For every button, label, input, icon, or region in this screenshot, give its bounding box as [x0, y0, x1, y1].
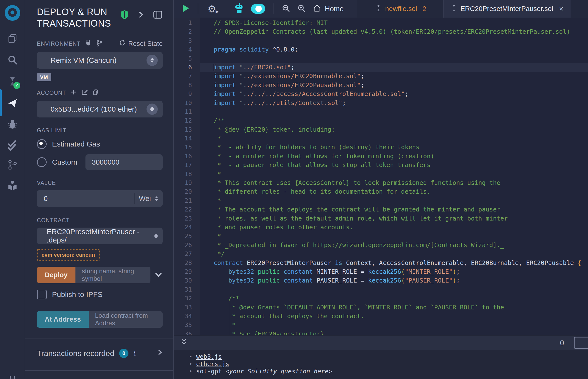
ai-copilot-icon[interactable] [234, 3, 245, 15]
deploy-button[interactable]: Deploy [37, 267, 76, 283]
code-line[interactable]: 32 /** [174, 294, 588, 303]
transactions-recorded-section[interactable]: Transactions recorded 0 i [25, 338, 173, 368]
code-line[interactable]: 1// SPDX-License-Identifier: MIT [174, 18, 588, 27]
unit-testing-icon[interactable] [0, 135, 25, 156]
environment-select[interactable]: Remix VM (Cancun) [37, 52, 163, 69]
code-line[interactable]: 9import "../../../access/AccessControlEn… [174, 90, 588, 98]
code-line[interactable]: 20 * different roles - head to its docum… [174, 187, 588, 196]
contract-select[interactable]: ERC20PresetMinterPauser - .deps/ [37, 228, 163, 244]
account-select[interactable]: 0x5B3...eddC4 (100 ether) [37, 101, 163, 117]
bullet: • [189, 368, 192, 375]
git-icon[interactable] [0, 154, 25, 175]
code-line[interactable]: 6import "../ERC20.sol"; [174, 63, 588, 72]
expand-constructor-icon[interactable] [154, 271, 163, 278]
terminal-search-input[interactable] [574, 337, 588, 349]
line-number: 27 [174, 250, 200, 258]
code-line[interactable]: 35 * [174, 321, 588, 330]
tab-erc20presetminterpauser[interactable]: ERC20PresetMinterPauser.sol × [443, 0, 571, 17]
pin-panel-icon[interactable] [153, 10, 163, 20]
code-text: * _Deprecated in favor of https://wizard… [200, 241, 588, 250]
code-line[interactable]: 25 * [174, 232, 588, 240]
terminal-library-link[interactable]: •web3.js [189, 353, 588, 361]
publish-ipfs-checkbox[interactable] [37, 290, 47, 300]
debugger-icon[interactable] [0, 114, 25, 135]
at-address-input[interactable]: Load contract from Addres [89, 311, 163, 328]
plug-icon[interactable] [85, 40, 91, 48]
deployed-contracts-section[interactable]: Deployed Contracts 0 [25, 370, 173, 379]
unit-stepper-icon [155, 196, 158, 201]
run-script-icon[interactable] [182, 4, 190, 14]
code-line[interactable]: 31 [174, 285, 588, 294]
file-explorer-icon[interactable] [0, 28, 25, 49]
copilot-toggle[interactable] [251, 4, 265, 14]
learneth-icon[interactable] [0, 175, 25, 196]
close-tab-icon[interactable]: × [559, 5, 563, 13]
library-link[interactable]: web3.js [196, 353, 222, 361]
edit-account-icon[interactable] [81, 89, 88, 97]
reset-state-button[interactable]: Reset State [119, 40, 163, 48]
code-line[interactable]: 16 * - a minter role that allows for tok… [174, 152, 588, 161]
code-line[interactable]: 19 * This contract uses {AccessControl} … [174, 178, 588, 187]
value-label: VALUE [37, 180, 163, 186]
code-line[interactable]: 5 [174, 54, 588, 63]
fork-environment-icon[interactable] [96, 40, 103, 48]
code-line[interactable]: 22 * The account that deploys the contra… [174, 205, 588, 214]
search-icon[interactable] [0, 49, 25, 70]
info-icon[interactable]: i [134, 349, 136, 358]
solidity-compiler-icon[interactable]: ✓ [0, 71, 25, 92]
plugin-manager-icon[interactable] [0, 370, 25, 379]
expand-transactions-icon[interactable] [157, 349, 163, 358]
chevron-right-icon[interactable] [138, 11, 144, 20]
terminal-expand-icon[interactable] [180, 338, 187, 347]
terminal-output[interactable]: •web3.js•ethers.js•sol-gpt <your Solidit… [174, 350, 588, 379]
remix-logo-icon[interactable] [0, 4, 25, 21]
code-line[interactable]: 33 * @dev Grants `DEFAULT_ADMIN_ROLE`, `… [174, 303, 588, 312]
code-line[interactable]: 2// OpenZeppelin Contracts (last updated… [174, 27, 588, 36]
code-line[interactable]: 26 * _Deprecated in favor of https://wiz… [174, 241, 588, 250]
script-config-icon[interactable]: ⚙▶ [206, 3, 218, 15]
code-line[interactable]: 3 [174, 36, 588, 45]
tab-newfile[interactable]: newfile.sol 2 [369, 0, 433, 17]
code-line[interactable]: 10import "../../../utils/Context.sol"; [174, 99, 588, 108]
code-line[interactable]: 11 [174, 108, 588, 116]
at-address-button[interactable]: At Address [37, 311, 89, 328]
terminal-library-link[interactable]: •ethers.js [189, 361, 588, 368]
bullet: • [189, 361, 192, 368]
code-line[interactable]: 15 * - ability for holders to burn (dest… [174, 143, 588, 152]
line-number: 15 [174, 143, 200, 152]
code-line[interactable]: 14 * [174, 134, 588, 143]
code-line[interactable]: 13 * @dev {ERC20} token, including: [174, 125, 588, 134]
code-line[interactable]: 27 */ [174, 250, 588, 258]
code-line[interactable]: 8import "../extensions/ERC20Pausable.sol… [174, 81, 588, 90]
code-line[interactable]: 17 * - a pauser role that allows to stop… [174, 161, 588, 170]
constructor-args-input[interactable]: string name, string symbol [76, 267, 150, 283]
solgpt-text: sol-gpt <your Solidity question here> [196, 368, 332, 375]
value-unit-select[interactable]: Wei [134, 193, 163, 204]
zoom-in-icon[interactable] [297, 4, 306, 14]
code-editor[interactable]: 1// SPDX-License-Identifier: MIT2// Open… [174, 17, 588, 335]
code-line[interactable]: 36 * See {ERC20-constructor}. [174, 330, 588, 335]
code-line[interactable]: 29 bytes32 public constant MINTER_ROLE =… [174, 268, 588, 276]
code-line[interactable]: 23 * roles, as well as the default admin… [174, 214, 588, 223]
value-input[interactable]: 0 [37, 195, 134, 203]
code-line[interactable]: 21 * [174, 196, 588, 205]
zoom-out-icon[interactable] [281, 4, 291, 14]
library-link[interactable]: ethers.js [196, 361, 229, 368]
estimated-gas-radio[interactable] [37, 139, 47, 149]
code-line[interactable]: 34 * account that deploys the contract. [174, 312, 588, 321]
code-line[interactable]: 30 bytes32 public constant PAUSER_ROLE =… [174, 276, 588, 285]
line-number: 5 [174, 54, 200, 63]
home-tab[interactable]: Home [312, 4, 343, 14]
copy-account-icon[interactable] [92, 89, 99, 97]
custom-gas-input[interactable]: 3000000 [85, 154, 163, 170]
code-line[interactable]: 4pragma solidity ^0.8.0; [174, 45, 588, 54]
custom-gas-radio[interactable] [37, 157, 47, 167]
code-line[interactable]: 18 * [174, 170, 588, 178]
code-text: import "../extensions/ERC20Burnable.sol"… [200, 72, 588, 80]
code-line[interactable]: 24 * and pauser roles to other accounts. [174, 223, 588, 232]
code-line[interactable]: 12/** [174, 116, 588, 125]
code-line[interactable]: 7import "../extensions/ERC20Burnable.sol… [174, 72, 588, 80]
code-line[interactable]: 28contract ERC20PresetMinterPauser is Co… [174, 259, 588, 268]
deploy-run-icon[interactable] [0, 92, 25, 113]
add-account-icon[interactable] [70, 89, 77, 97]
